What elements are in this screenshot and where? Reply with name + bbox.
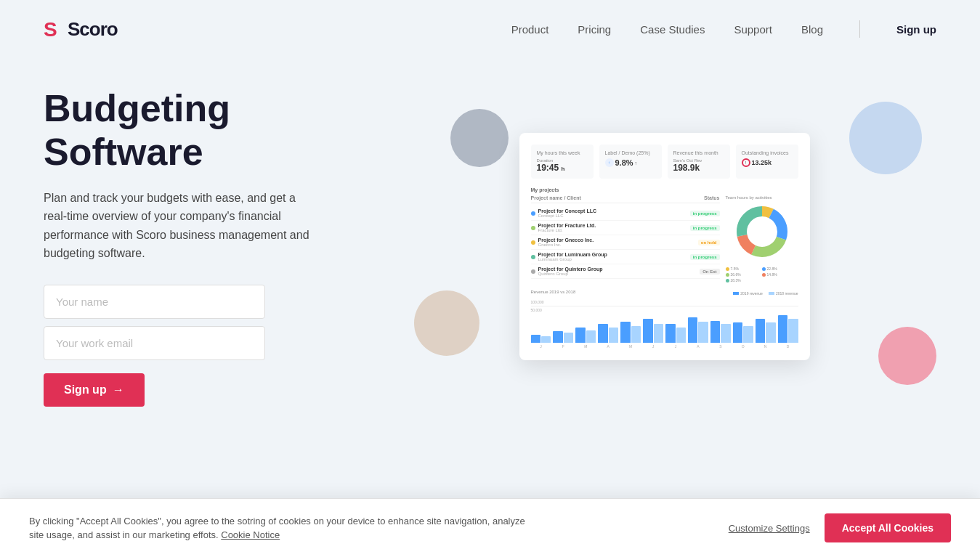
- bar-pair: [553, 331, 573, 343]
- nav-blog[interactable]: Blog: [801, 23, 823, 36]
- status-badge: in progress: [690, 211, 720, 216]
- table-row: Project for Gnecco Inc. Gnecco Inc. on h…: [531, 235, 720, 250]
- bar-previous: [788, 319, 798, 343]
- bar-pair: [778, 315, 798, 343]
- dashboard-middle: Project name / Client Status Project for…: [531, 195, 798, 282]
- nav-case-studies[interactable]: Case Studies: [640, 23, 705, 36]
- month-label: O: [733, 344, 753, 349]
- bar-previous: [586, 330, 596, 343]
- month-label: M: [620, 344, 641, 349]
- bar-pair: [598, 324, 618, 343]
- donut-chart: [726, 203, 798, 261]
- cookie-banner: By clicking "Accept All Cookies", you ag…: [0, 498, 980, 539]
- stat-revenue: Revenue this month Sam's Oct Rev 198.9k: [668, 145, 730, 179]
- stat-hours: My hours this week Duration 19:45 h: [531, 145, 594, 179]
- bar-current: [575, 328, 585, 343]
- bar-previous: [654, 324, 663, 343]
- cookie-message: By clicking "Accept All Cookies", you ag…: [29, 514, 538, 539]
- stat-label-title: Label / Demo (25%): [605, 150, 656, 155]
- cookie-actions: Customize Settings Accept All Cookies: [729, 513, 951, 539]
- stat-invoices: Outstanding invoices ! 13.25k: [736, 145, 798, 179]
- nav-support[interactable]: Support: [734, 23, 772, 36]
- accept-cookies-button[interactable]: Accept All Cookies: [825, 513, 951, 539]
- nav-signup[interactable]: Sign up: [896, 23, 936, 36]
- main-nav: Product Pricing Case Studies Support Blo…: [511, 20, 936, 38]
- month-label: M: [575, 344, 596, 349]
- svg-text:S: S: [44, 18, 57, 41]
- bar-previous: [766, 322, 775, 343]
- bar-previous: [743, 326, 753, 343]
- status-badge: in progress: [690, 225, 720, 231]
- month-label: N: [756, 344, 776, 349]
- bar-pair: [643, 319, 663, 343]
- stat-invoices-label: Outstanding invoices: [742, 150, 793, 155]
- signup-label: Sign up: [64, 383, 107, 397]
- bar-current: [756, 319, 765, 343]
- donut-chart-container: Team hours by activities: [726, 195, 798, 282]
- name-input[interactable]: [44, 285, 265, 319]
- stat-label: Label / Demo (25%) ↑ 9.8% ↑: [599, 145, 662, 179]
- logo-name: Scoro: [68, 18, 118, 41]
- bar-pair: [575, 328, 596, 343]
- customize-settings-button[interactable]: Customize Settings: [729, 523, 810, 534]
- svg-point-8: [749, 219, 775, 245]
- month-label: A: [688, 344, 708, 349]
- nav-pricing[interactable]: Pricing: [578, 23, 611, 36]
- stat-hours-label: My hours this week: [537, 150, 588, 155]
- bar-current: [665, 324, 675, 343]
- bar-current: [620, 322, 630, 343]
- hero-section: Budgeting Software Plan and track your b…: [0, 58, 980, 465]
- month-label: J: [531, 344, 551, 349]
- bar-pair: [756, 319, 776, 343]
- stats-row: My hours this week Duration 19:45 h Labe…: [531, 145, 798, 179]
- stat-revenue-label: Revenue this month: [673, 150, 724, 155]
- hero-description: Plan and track your budgets with ease, a…: [44, 189, 320, 263]
- bar-pair: [531, 335, 551, 343]
- bar-pair: [733, 322, 753, 343]
- bar-current: [710, 321, 720, 343]
- email-input[interactable]: [44, 326, 265, 360]
- bar-pair: [665, 324, 686, 343]
- table-row: Project for Concept LLC Concept LLC in p…: [531, 206, 720, 221]
- revenue-chart: Revenue 2019 vs 2018 2019 revenue 2018 r…: [531, 290, 798, 349]
- bar-current: [778, 315, 787, 343]
- table-header: Project name / Client Status: [531, 195, 720, 203]
- signup-button[interactable]: Sign up →: [44, 373, 145, 407]
- decorative-circle-beige: [414, 290, 479, 356]
- header: S Scoro Product Pricing Case Studies Sup…: [0, 0, 980, 58]
- decorative-circle-blue: [849, 102, 922, 174]
- bar-previous: [698, 322, 708, 343]
- logo[interactable]: S Scoro: [44, 17, 118, 41]
- month-label: D: [778, 344, 798, 349]
- month-label: F: [553, 344, 573, 349]
- nav-product[interactable]: Product: [511, 23, 549, 36]
- stat-hours-value: 19:45 h: [537, 163, 588, 173]
- dashboard-mockup: My hours this week Duration 19:45 h Labe…: [519, 133, 810, 360]
- stat-revenue-value: 198.9k: [673, 163, 724, 173]
- bar-pair: [620, 322, 641, 343]
- revenue-chart-label: Revenue 2019 vs 2018: [531, 290, 576, 294]
- month-labels: JFMAMJJASOND: [531, 344, 798, 349]
- status-badge: in progress: [690, 254, 720, 260]
- chart-legend: 7.5% 22.8% 26.6% 14.8%: [726, 267, 798, 282]
- month-label: S: [710, 344, 731, 349]
- bar-previous: [564, 333, 573, 343]
- bar-current: [733, 322, 742, 343]
- month-label: J: [665, 344, 686, 349]
- bar-current: [688, 317, 697, 343]
- projects-label: My projects: [531, 187, 798, 192]
- bar-previous: [676, 328, 686, 343]
- cookie-notice-link[interactable]: Cookie Notice: [221, 529, 280, 539]
- bar-previous: [631, 326, 641, 343]
- bars-container: [531, 314, 798, 343]
- chart-title: Team hours by activities: [726, 195, 798, 200]
- bar-current: [598, 324, 607, 343]
- hero-title: Budgeting Software: [44, 87, 392, 174]
- bar-pair: [688, 317, 708, 343]
- decorative-circle-pink: [878, 327, 936, 385]
- bar-previous: [721, 324, 730, 343]
- table-row: Project for Quintero Group Quintero Grou…: [531, 264, 720, 279]
- status-badge: on hold: [698, 240, 720, 245]
- nav-divider: [859, 20, 860, 38]
- bar-current: [643, 319, 652, 343]
